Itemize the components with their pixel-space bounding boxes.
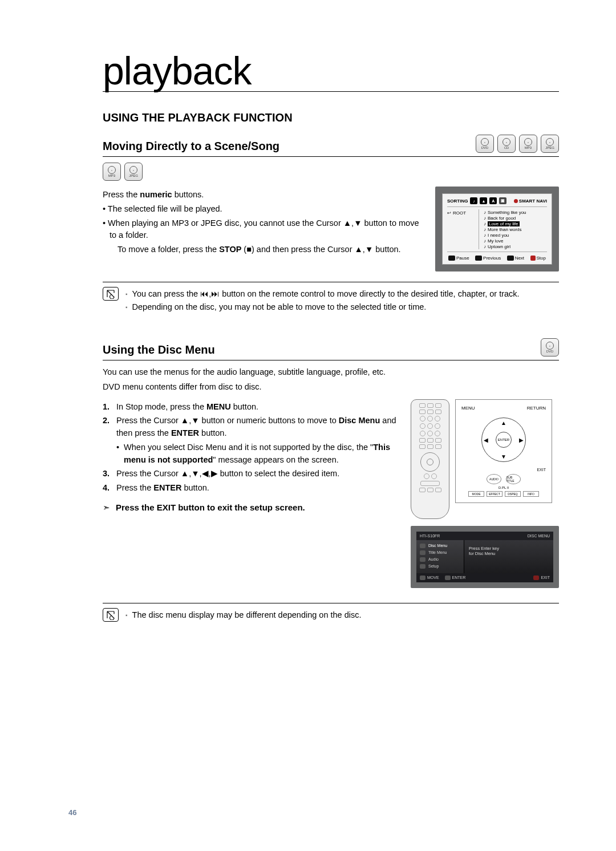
remote-figure: MENU RETURN ▲ ▼ ◀ ▶ ENTER	[411, 399, 559, 519]
folder-icon: ▣	[499, 197, 506, 204]
osd-figure: HTI-S10FR DISC MENU Disc Menu Title Menu…	[411, 526, 559, 588]
info-button: INFO	[523, 491, 539, 497]
exit-hint: ➣ Press the EXIT button to exit the setu…	[103, 501, 400, 514]
discmenu-steps: 1.In Stop mode, press the MENU button. 2…	[103, 399, 400, 514]
subtitle-pill: SUB TITLE	[506, 474, 521, 484]
osd-head-left: HTI-S10FR	[420, 534, 440, 538]
badge-cd: ◦CD	[497, 135, 516, 153]
right-icon: ▶	[519, 436, 524, 443]
badge-jpeg: ◦JPEG	[541, 135, 559, 153]
effect-button: EFFECT	[487, 491, 502, 497]
dpl-label: D.PL II	[461, 486, 546, 489]
return-arrow-icon: ↩	[447, 210, 451, 216]
osd-sidebar: Disc Menu Title Menu Audio Setup	[416, 540, 464, 573]
left-icon: ◀	[484, 436, 488, 443]
section-title: USING THE PLAYBACK FUNCTION	[103, 111, 559, 124]
sorting-label: SORTING	[447, 198, 468, 204]
badge-dvd: ◦DVD	[476, 135, 494, 153]
moving-title: Moving Directly to a Scene/Song	[103, 140, 279, 156]
note2: ▪The disc menu display may be different …	[125, 608, 362, 622]
root-label: ROOT	[453, 210, 466, 216]
osd-main: Press Enter key for Disc Menu	[464, 540, 553, 573]
discmenu-top-badges: ◦DVD	[541, 338, 559, 360]
note1: ▪You can press the ⏮,⏭ button on the rem…	[125, 287, 520, 314]
moving-inline-badges: ◦MP3 ◦JPEG	[103, 163, 559, 184]
badge-mp3: ◦MP3	[519, 135, 537, 153]
discmenu-intro: You can use the menus for the audio lang…	[103, 366, 559, 394]
moving-text: Press the numeric buttons. • The selecte…	[103, 187, 425, 258]
down-icon: ▼	[501, 453, 506, 460]
red-dot-icon	[514, 199, 518, 203]
discmenu-title: Using the Disc Menu	[103, 343, 215, 360]
menu-label: MENU	[461, 406, 475, 411]
remote-zoom: MENU RETURN ▲ ▼ ◀ ▶ ENTER	[455, 399, 552, 503]
image-icon: ▲	[480, 197, 487, 204]
pointer-icon: ➣	[103, 501, 110, 514]
page-number: 46	[68, 808, 76, 817]
enter-button-icon: ENTER	[496, 432, 512, 448]
badge-mp3-inline: ◦MP3	[103, 163, 121, 181]
remote-illustration	[411, 399, 449, 519]
exit-label: EXIT	[461, 468, 546, 472]
return-label: RETURN	[527, 406, 546, 411]
osd-head-right: DISC MENU	[528, 534, 550, 538]
music-icon: ♪	[470, 197, 477, 204]
badge-dvd-2: ◦DVD	[541, 338, 559, 356]
note-icon-2	[103, 608, 119, 622]
audio-pill: AUDIO	[487, 474, 501, 484]
smart-navi-label: SMART NAVI	[519, 198, 547, 204]
up-icon: ▲	[501, 420, 506, 426]
dspeq-button: DSPEQ	[505, 491, 521, 497]
song-list: ♪Something like you ♪Back for good ♪Love…	[479, 209, 526, 249]
az-icon: A	[489, 197, 497, 204]
mode-button: MODE	[468, 491, 484, 497]
moving-top-badges: ◦DVD ◦CD ◦MP3 ◦JPEG	[476, 135, 559, 156]
badge-jpeg-inline: ◦JPEG	[124, 163, 143, 181]
note-icon	[103, 287, 119, 301]
sorting-screen-figure: SORTING ♪ ▲ A ▣ SMART NAVI ↩ ROOT	[435, 187, 559, 271]
page-title: playback	[103, 51, 559, 92]
